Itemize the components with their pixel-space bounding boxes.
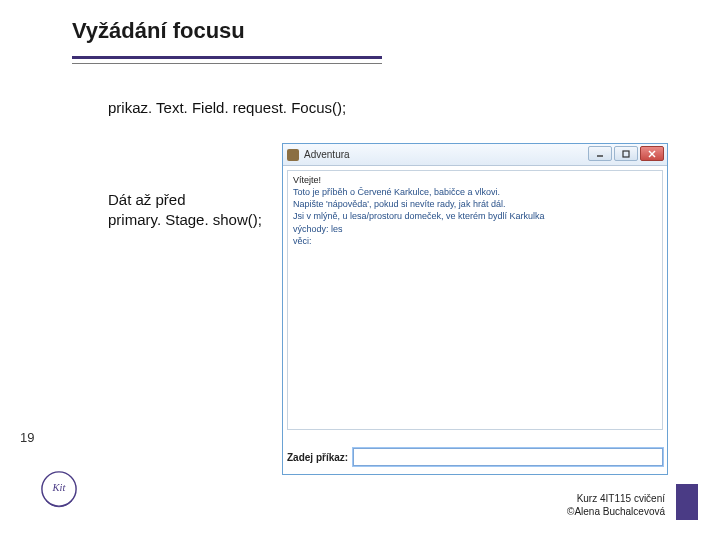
text-line: Vítejte! bbox=[293, 174, 657, 186]
text-line: Jsi v mlýně, u lesa/prostoru domeček, ve… bbox=[293, 210, 657, 222]
footer-line-2: ©Alena Buchalcevová bbox=[567, 506, 665, 519]
slide-title: Vyžádání focusu bbox=[72, 18, 245, 44]
page-number: 19 bbox=[20, 430, 34, 445]
window-controls bbox=[588, 146, 664, 161]
note-line-2: primary. Stage. show(); bbox=[108, 210, 262, 230]
command-input[interactable] bbox=[353, 448, 663, 466]
app-window: Adventura Vítejte! Toto je příběh o Červ… bbox=[282, 143, 668, 475]
note-line-1: Dát až před bbox=[108, 190, 262, 210]
footer-line-1: Kurz 4IT115 cvičení bbox=[567, 493, 665, 506]
window-title: Adventura bbox=[304, 149, 350, 160]
svg-text:Kit: Kit bbox=[52, 482, 67, 493]
command-bar: Zadej příkaz: bbox=[287, 446, 663, 468]
text-line: Toto je příběh o Červené Karkulce, babič… bbox=[293, 186, 657, 198]
text-line: Napište 'nápověda', pokud si nevíte rady… bbox=[293, 198, 657, 210]
footer-accent-bar bbox=[676, 484, 698, 520]
app-icon bbox=[287, 149, 299, 161]
titlebar: Adventura bbox=[283, 144, 667, 166]
minimize-button[interactable] bbox=[588, 146, 612, 161]
app-text-area: Vítejte! Toto je příběh o Červené Karkul… bbox=[287, 170, 663, 430]
close-button[interactable] bbox=[640, 146, 664, 161]
text-line: východy: les bbox=[293, 223, 657, 235]
slide: Vyžádání focusu prikaz. Text. Field. req… bbox=[0, 0, 720, 540]
code-line: prikaz. Text. Field. request. Focus(); bbox=[108, 99, 346, 116]
maximize-button[interactable] bbox=[614, 146, 638, 161]
kit-logo-icon: Kit bbox=[40, 470, 78, 508]
svg-rect-1 bbox=[623, 151, 629, 157]
note-block: Dát až před primary. Stage. show(); bbox=[108, 190, 262, 229]
footer: Kurz 4IT115 cvičení ©Alena Buchalcevová bbox=[567, 493, 665, 518]
title-underline bbox=[72, 56, 382, 64]
command-label: Zadej příkaz: bbox=[287, 452, 348, 463]
text-line: věci: bbox=[293, 235, 657, 247]
